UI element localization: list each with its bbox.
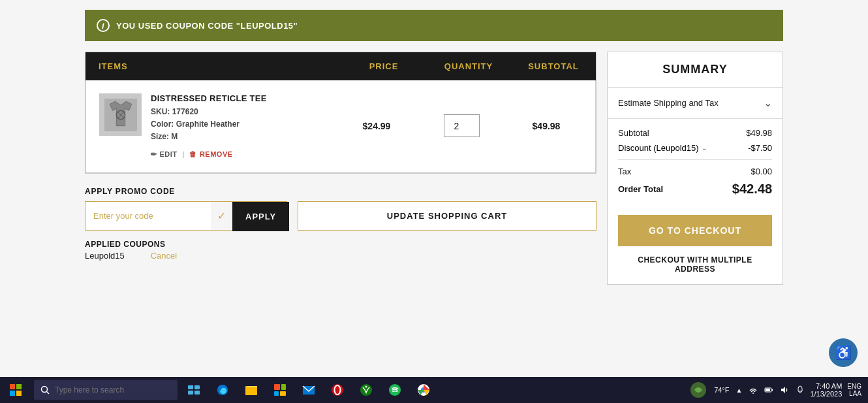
svg-rect-12 <box>194 385 200 389</box>
wifi-icon <box>749 385 758 395</box>
spotify-icon <box>388 383 402 397</box>
taskbar-search-input[interactable] <box>55 385 171 395</box>
svg-rect-18 <box>274 391 279 396</box>
update-cart-button[interactable]: UPDATE SHOPPING CART <box>298 201 597 231</box>
cart-table-header: ITEMS PRICE QUANTITY SUBTOTAL <box>85 52 596 80</box>
go-to-checkout-button[interactable]: GO TO CHECKOUT <box>618 215 772 246</box>
svg-rect-14 <box>194 391 200 395</box>
language-region: ENG LAA <box>847 383 861 397</box>
estimate-shipping-button[interactable]: Estimate Shipping and Tax ⌄ <box>608 88 783 119</box>
tax-label: Tax <box>618 167 631 176</box>
accessibility-button[interactable]: ♿ <box>829 338 858 367</box>
svg-rect-13 <box>188 391 193 395</box>
svg-marker-33 <box>781 387 785 393</box>
windows-icon <box>10 384 22 396</box>
svg-rect-8 <box>16 391 22 396</box>
tax-line: Tax $0.00 <box>618 167 772 176</box>
cancel-coupon-button[interactable]: Cancel <box>151 251 177 261</box>
item-info: DISTRESSED RETICLE TEE SKU: 177620 Color… <box>151 93 334 159</box>
taskbar: 74°F ▲ 7:40 AM <box>0 377 868 403</box>
order-total-line: Order Total $42.48 <box>618 182 772 197</box>
coupon-banner-text: YOU USED COUPON CODE "LEUPOLD15" <box>116 21 298 31</box>
svg-rect-7 <box>10 391 15 396</box>
taskview-app[interactable] <box>180 377 208 403</box>
svg-point-29 <box>752 393 754 394</box>
accessibility-icon: ♿ <box>835 345 852 361</box>
file-explorer-icon <box>244 383 258 397</box>
chevron-down-icon: ⌄ <box>702 144 707 152</box>
up-arrow-icon[interactable]: ▲ <box>736 387 742 394</box>
taskbar-apps <box>180 377 437 403</box>
item-image <box>99 93 142 136</box>
svg-point-25 <box>389 384 401 396</box>
taskbar-right: 74°F ▲ 7:40 AM <box>689 381 868 399</box>
svg-rect-6 <box>16 384 22 389</box>
taskview-icon <box>187 383 201 397</box>
applied-coupon-code: Leupold15 <box>85 251 125 261</box>
item-details: DISTRESSED RETICLE TEE SKU: 177620 Color… <box>93 93 334 159</box>
promo-row: ✓ APPLY UPDATE SHOPPING CART <box>85 201 597 231</box>
svg-line-10 <box>47 392 50 395</box>
edge-icon <box>215 383 230 397</box>
header-subtotal: SUBTOTAL <box>511 52 596 80</box>
xbox-icon <box>359 383 373 397</box>
spotify-app[interactable] <box>381 377 409 403</box>
clock: 7:40 AM 1/13/2023 <box>810 382 842 398</box>
trash-icon: 🗑 <box>189 150 197 158</box>
item-color: Color: Graphite Heather <box>151 118 334 131</box>
microsoft-store-icon <box>273 383 287 397</box>
item-actions: ✏ EDIT | 🗑 REMOVE <box>151 150 334 159</box>
edit-button[interactable]: ✏ EDIT <box>151 150 178 159</box>
subtotal-line: Subtotal $49.98 <box>618 128 772 138</box>
explorer-app[interactable] <box>238 377 265 403</box>
svg-point-24 <box>365 386 367 388</box>
apply-promo-button[interactable]: APPLY <box>232 202 289 231</box>
store-app[interactable] <box>266 377 294 403</box>
opera-app[interactable] <box>324 377 351 403</box>
item-size: Size: M <box>151 131 334 143</box>
summary-panel: SUMMARY Estimate Shipping and Tax ⌄ Subt… <box>607 52 783 285</box>
svg-rect-11 <box>188 385 193 389</box>
item-sku: SKU: 177620 <box>151 106 334 118</box>
applied-coupons-label: APPLIED COUPONS <box>85 240 597 249</box>
item-price: $24.99 <box>334 121 419 131</box>
svg-rect-17 <box>281 384 286 390</box>
xbox-app[interactable] <box>352 377 380 403</box>
item-name: DISTRESSED RETICLE TEE <box>151 93 334 103</box>
quantity-input[interactable] <box>444 114 480 137</box>
chrome-app[interactable] <box>410 377 437 403</box>
shipping-label: Estimate Shipping and Tax <box>618 98 719 108</box>
svg-rect-32 <box>772 389 773 391</box>
cart-table: ITEMS PRICE QUANTITY SUBTOTAL <box>85 52 597 174</box>
clock-date: 1/13/2023 <box>810 390 842 398</box>
total-label: Order Total <box>618 184 663 194</box>
item-subtotal: $49.98 <box>504 121 589 131</box>
coupon-banner: i YOU USED COUPON CODE "LEUPOLD15" <box>85 10 783 41</box>
applied-coupons: APPLIED COUPONS Leupold15 Cancel <box>85 240 597 261</box>
header-quantity: QUANTITY <box>426 52 511 80</box>
checkout-multiple-address-button[interactable]: CHECKOUT WITH MULTIPLE ADDRESS <box>608 251 783 284</box>
svg-rect-19 <box>280 391 286 396</box>
mail-app[interactable] <box>295 377 322 403</box>
mail-icon <box>302 383 316 397</box>
promo-section: APPLY PROMO CODE ✓ APPLY UPDATE SHOPPING… <box>85 187 597 231</box>
svg-rect-31 <box>766 389 770 391</box>
edge-app[interactable] <box>209 377 236 403</box>
total-value: $42.48 <box>732 182 772 197</box>
taskbar-search[interactable] <box>34 380 178 400</box>
summary-divider <box>618 159 772 160</box>
search-icon <box>40 385 50 395</box>
svg-rect-15 <box>245 386 257 395</box>
remove-button[interactable]: 🗑 REMOVE <box>189 150 232 158</box>
start-button[interactable] <box>0 377 31 403</box>
info-icon: i <box>97 19 110 32</box>
pencil-icon: ✏ <box>151 150 157 159</box>
tax-value: $0.00 <box>751 167 772 176</box>
table-row: DISTRESSED RETICLE TEE SKU: 177620 Color… <box>86 80 595 172</box>
applied-coupons-row: Leupold15 Cancel <box>85 251 597 261</box>
subtotal-value: $49.98 <box>746 128 772 138</box>
header-items: ITEMS <box>85 52 341 80</box>
svg-point-9 <box>42 387 48 393</box>
promo-code-input[interactable] <box>85 202 211 230</box>
summary-body: Subtotal $49.98 Discount (Leupold15) ⌄ -… <box>608 119 783 206</box>
